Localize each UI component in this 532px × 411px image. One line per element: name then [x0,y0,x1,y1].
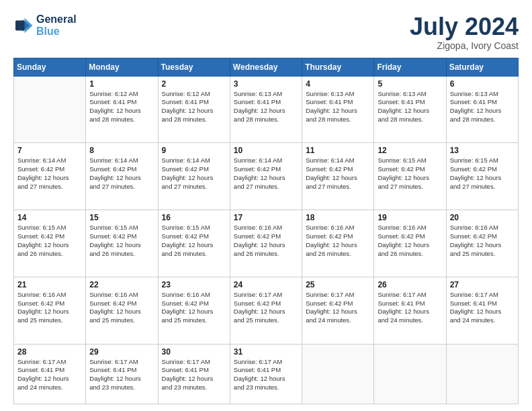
calendar-cell: 16Sunrise: 6:15 AM Sunset: 6:42 PM Dayli… [158,210,230,277]
day-number: 24 [234,280,298,289]
calendar-week-row: 14Sunrise: 6:15 AM Sunset: 6:42 PM Dayli… [14,210,519,277]
calendar-cell: 24Sunrise: 6:17 AM Sunset: 6:42 PM Dayli… [230,277,302,344]
calendar-cell: 23Sunrise: 6:16 AM Sunset: 6:42 PM Dayli… [158,277,230,344]
day-number: 11 [306,146,370,155]
calendar-cell: 10Sunrise: 6:14 AM Sunset: 6:42 PM Dayli… [230,143,302,210]
cell-info: Sunrise: 6:17 AM Sunset: 6:41 PM Dayligh… [89,358,154,392]
day-number: 15 [89,213,154,222]
weekday-header: Wednesday [230,58,302,76]
day-number: 22 [89,280,154,289]
cell-info: Sunrise: 6:16 AM Sunset: 6:42 PM Dayligh… [17,291,82,325]
calendar-week-row: 7Sunrise: 6:14 AM Sunset: 6:42 PM Daylig… [14,143,519,210]
calendar-cell: 7Sunrise: 6:14 AM Sunset: 6:42 PM Daylig… [14,143,86,210]
cell-info: Sunrise: 6:16 AM Sunset: 6:42 PM Dayligh… [306,224,370,258]
calendar-cell: 17Sunrise: 6:16 AM Sunset: 6:42 PM Dayli… [230,210,302,277]
cell-info: Sunrise: 6:13 AM Sunset: 6:41 PM Dayligh… [378,90,442,124]
weekday-header: Friday [374,58,446,76]
page: General Blue July 2024 Zigopa, Ivory Coa… [0,0,532,411]
calendar-cell: 18Sunrise: 6:16 AM Sunset: 6:42 PM Dayli… [302,210,374,277]
cell-info: Sunrise: 6:15 AM Sunset: 6:42 PM Dayligh… [450,156,515,191]
cell-info: Sunrise: 6:16 AM Sunset: 6:42 PM Dayligh… [89,291,154,325]
calendar-cell: 14Sunrise: 6:15 AM Sunset: 6:42 PM Dayli… [14,210,86,277]
cell-info: Sunrise: 6:17 AM Sunset: 6:41 PM Dayligh… [450,291,515,325]
day-number: 20 [450,213,515,222]
day-number: 12 [378,146,442,155]
cell-info: Sunrise: 6:13 AM Sunset: 6:41 PM Dayligh… [234,90,298,124]
cell-info: Sunrise: 6:15 AM Sunset: 6:42 PM Dayligh… [89,224,154,258]
cell-info: Sunrise: 6:15 AM Sunset: 6:42 PM Dayligh… [378,156,442,191]
day-number: 13 [450,146,515,155]
day-number: 10 [234,146,298,155]
calendar-cell: 9Sunrise: 6:14 AM Sunset: 6:42 PM Daylig… [158,143,230,210]
calendar-cell [302,344,374,404]
cell-info: Sunrise: 6:13 AM Sunset: 6:41 PM Dayligh… [450,90,515,124]
calendar-cell [446,344,518,404]
day-number: 8 [89,146,154,155]
calendar-cell: 21Sunrise: 6:16 AM Sunset: 6:42 PM Dayli… [14,277,86,344]
day-number: 30 [162,347,226,357]
weekday-header: Thursday [302,58,374,76]
day-number: 19 [378,213,442,222]
day-number: 9 [162,146,226,155]
calendar-cell: 28Sunrise: 6:17 AM Sunset: 6:41 PM Dayli… [14,344,86,404]
cell-info: Sunrise: 6:14 AM Sunset: 6:42 PM Dayligh… [234,156,298,191]
calendar-cell: 5Sunrise: 6:13 AM Sunset: 6:41 PM Daylig… [374,76,446,143]
day-number: 21 [17,280,82,289]
weekday-header: Saturday [446,58,518,76]
calendar-cell: 2Sunrise: 6:12 AM Sunset: 6:41 PM Daylig… [158,76,230,143]
cell-info: Sunrise: 6:13 AM Sunset: 6:41 PM Dayligh… [306,90,370,124]
day-number: 16 [162,213,226,222]
cell-info: Sunrise: 6:16 AM Sunset: 6:42 PM Dayligh… [378,224,442,258]
calendar-cell: 15Sunrise: 6:15 AM Sunset: 6:42 PM Dayli… [86,210,158,277]
day-number: 29 [89,347,154,357]
cell-info: Sunrise: 6:17 AM Sunset: 6:41 PM Dayligh… [234,358,298,392]
calendar-cell: 29Sunrise: 6:17 AM Sunset: 6:41 PM Dayli… [86,344,158,404]
day-number: 18 [306,213,370,222]
calendar-cell: 25Sunrise: 6:17 AM Sunset: 6:42 PM Dayli… [302,277,374,344]
calendar-cell: 8Sunrise: 6:14 AM Sunset: 6:42 PM Daylig… [86,143,158,210]
cell-info: Sunrise: 6:14 AM Sunset: 6:42 PM Dayligh… [162,156,226,191]
header: General Blue July 2024 Zigopa, Ivory Coa… [13,13,519,51]
cell-info: Sunrise: 6:15 AM Sunset: 6:42 PM Dayligh… [162,224,226,258]
calendar-cell: 27Sunrise: 6:17 AM Sunset: 6:41 PM Dayli… [446,277,518,344]
calendar-cell: 11Sunrise: 6:14 AM Sunset: 6:42 PM Dayli… [302,143,374,210]
day-number: 25 [306,280,370,289]
calendar-cell: 26Sunrise: 6:17 AM Sunset: 6:41 PM Dayli… [374,277,446,344]
day-number: 2 [162,79,226,89]
cell-info: Sunrise: 6:17 AM Sunset: 6:42 PM Dayligh… [306,291,370,325]
day-number: 4 [306,79,370,89]
calendar-cell: 6Sunrise: 6:13 AM Sunset: 6:41 PM Daylig… [446,76,518,143]
day-number: 3 [234,79,298,89]
cell-info: Sunrise: 6:15 AM Sunset: 6:42 PM Dayligh… [17,224,82,258]
cell-info: Sunrise: 6:12 AM Sunset: 6:41 PM Dayligh… [162,90,226,124]
title-block: July 2024 Zigopa, Ivory Coast [410,13,519,51]
cell-info: Sunrise: 6:12 AM Sunset: 6:41 PM Dayligh… [89,90,154,124]
month-title: July 2024 [410,13,519,40]
cell-info: Sunrise: 6:16 AM Sunset: 6:42 PM Dayligh… [234,224,298,258]
calendar-cell: 20Sunrise: 6:16 AM Sunset: 6:42 PM Dayli… [446,210,518,277]
calendar-cell: 19Sunrise: 6:16 AM Sunset: 6:42 PM Dayli… [374,210,446,277]
calendar-cell: 22Sunrise: 6:16 AM Sunset: 6:42 PM Dayli… [86,277,158,344]
calendar-cell: 30Sunrise: 6:17 AM Sunset: 6:41 PM Dayli… [158,344,230,404]
logo-icon [13,15,34,36]
cell-info: Sunrise: 6:16 AM Sunset: 6:42 PM Dayligh… [450,224,515,258]
calendar-cell: 1Sunrise: 6:12 AM Sunset: 6:41 PM Daylig… [86,76,158,143]
svg-rect-2 [15,21,25,31]
cell-info: Sunrise: 6:16 AM Sunset: 6:42 PM Dayligh… [162,291,226,325]
day-number: 1 [89,79,154,89]
calendar-cell: 3Sunrise: 6:13 AM Sunset: 6:41 PM Daylig… [230,76,302,143]
day-number: 5 [378,79,442,89]
logo-text: General Blue [36,13,77,38]
calendar-header-row: SundayMondayTuesdayWednesdayThursdayFrid… [14,58,519,76]
cell-info: Sunrise: 6:14 AM Sunset: 6:42 PM Dayligh… [17,156,82,191]
day-number: 17 [234,213,298,222]
day-number: 27 [450,280,515,289]
day-number: 28 [17,347,82,357]
calendar-cell [374,344,446,404]
weekday-header: Monday [86,58,158,76]
day-number: 6 [450,79,515,89]
location: Zigopa, Ivory Coast [410,40,519,51]
weekday-header: Sunday [14,58,86,76]
cell-info: Sunrise: 6:17 AM Sunset: 6:41 PM Dayligh… [378,291,442,325]
logo: General Blue [13,13,77,38]
